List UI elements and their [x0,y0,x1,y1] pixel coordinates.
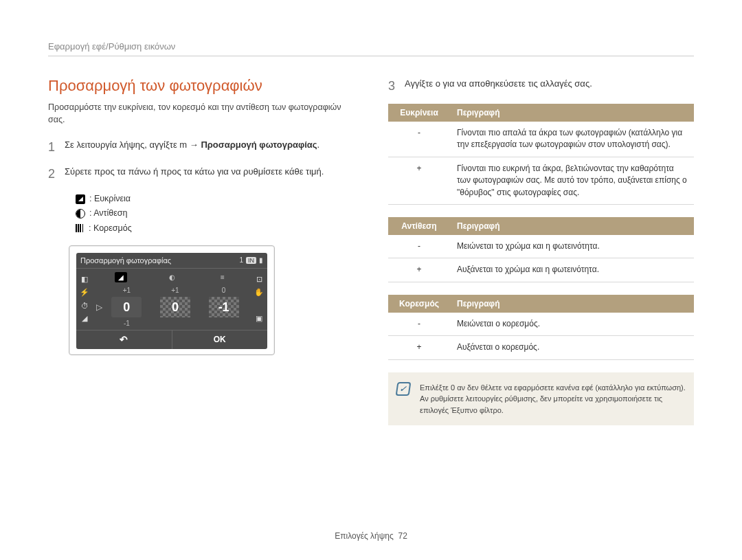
contrast-icon: ◐ [166,272,178,282]
cell-minus: - [388,122,450,157]
page-footer: Επιλογές λήψης 72 [0,531,742,541]
info-icon: ✓ [396,382,412,396]
step1-post: . [317,139,320,150]
breadcrumb: Εφαρμογή εφέ/Ρύθμιση εικόνων [48,41,694,56]
val-cell-selected: 0 [111,297,142,317]
blank-icon [253,300,265,311]
back-button[interactable]: ↶ [76,331,172,349]
step3-text: Αγγίξτε o για να αποθηκεύσετε τις αλλαγέ… [405,77,592,96]
step2-text: Σύρετε προς τα πάνω ή προς τα κάτω για ν… [65,165,324,183]
panel-title: Προσαρμογή φωτογραφίας [80,256,171,265]
storage-badge: IN [246,257,256,264]
contrast-icon [76,209,85,219]
step-2: 2 Σύρετε προς τα πάνω ή προς τα κάτω για… [48,165,354,183]
right-column: 3 Αγγίξτε o για να αποθηκεύσετε τις αλλα… [388,77,694,425]
val-cell: -1 [111,320,142,327]
cell-minus: - [388,235,450,258]
flash-icon: ⚡ [78,287,91,298]
th-saturation: Κορεσμός [388,295,450,313]
preview-icon: ▣ [253,313,265,324]
legend-sharp: : Ευκρίνεια [89,192,131,206]
th-desc: Περιγραφή [450,104,694,122]
th-desc: Περιγραφή [450,295,694,313]
legend: ◢: Ευκρίνεια : Αντίθεση : Κορεσμός [76,192,354,236]
battery-icon: ▮ [259,256,263,264]
page-title: Προσαρμογή των φωτογραφιών [48,77,354,95]
cell-desc: Γίνονται πιο απαλά τα άκρα των φωτογραφι… [450,122,694,157]
cell-desc: Γίνονται πιο ευκρινή τα άκρα, βελτιώνοντ… [450,157,694,204]
val-cell: 0 [160,297,190,317]
right-tool-strip: ⊡ ✋ ▣ [251,269,267,330]
footer-label: Επιλογές λήψης [335,531,394,541]
legend-sat: : Κορεσμός [89,221,132,236]
note-line-1: Επιλέξτε 0 αν δεν θέλετε να εφαρμόσετε κ… [420,382,686,394]
slider-pointer-icon: ▷ [95,284,102,330]
val-cell: 0 [209,287,239,294]
th-sharpness: Ευκρίνεια [388,104,450,122]
hand-icon: ✋ [253,287,265,298]
step1-bold: Προσαρμογή φωτογραφίας [201,139,317,150]
cell-plus: + [388,157,450,204]
page-number: 72 [398,531,407,541]
info-note: ✓ Επιλέξτε 0 αν δεν θέλετε να εφαρμόσετε… [388,372,694,426]
left-column: Προσαρμογή των φωτογραφιών Προσαρμόστε τ… [48,77,354,425]
cell-desc: Αυξάνεται ο κορεσμός. [450,336,694,359]
cell-plus: + [388,258,450,282]
camera-screen-illustration: Προσαρμογή φωτογραφίας 1 IN ▮ ◧ ⚡ ⏱ ◢ [69,245,275,355]
legend-contrast: : Αντίθεση [89,206,128,221]
step-number: 1 [48,138,58,157]
th-desc: Περιγραφή [450,217,694,235]
cell-minus: - [388,313,450,336]
panel-status-icons: 1 IN ▮ [239,256,263,264]
step-3: 3 Αγγίξτε o για να αποθηκεύσετε τις αλλα… [388,77,694,96]
note-line-2: Αν ρυθμίσετε λειτουργίες ρύθμισης, δεν μ… [420,393,686,416]
step-number: 2 [48,165,58,183]
sharpness-icon: ◢ [115,272,127,282]
sharpness-table: ΕυκρίνειαΠεριγραφή -Γίνονται πιο απαλά τ… [388,104,694,205]
adjust-icon: ◢ [78,313,91,324]
saturation-icon: ≡ [216,272,229,282]
ok-button[interactable]: OK [172,331,268,349]
cell-desc: Αυξάνεται το χρώμα και η φωτεινότητα. [450,258,694,282]
timer-icon: ⏱ [78,300,91,311]
intro-text: Προσαρμόστε την ευκρίνεια, τον κορεσμό κ… [48,102,354,126]
saturation-table: ΚορεσμόςΠεριγραφή -Μειώνεται ο κορεσμός.… [388,295,694,360]
cell-desc: Μειώνεται το χρώμα και η φωτεινότητα. [450,235,694,258]
step-number: 3 [388,77,398,96]
shot-count: 1 [239,256,243,264]
sharpness-icon: ◢ [76,194,85,204]
val-cell: +1 [111,287,142,294]
contrast-table: ΑντίθεσηΠεριγραφή -Μειώνεται το χρώμα κα… [388,217,694,282]
val-cell: -1 [209,297,239,317]
step1-pre: Σε λειτουργία λήψης, αγγίξτε m → [65,139,201,150]
step-1: 1 Σε λειτουργία λήψης, αγγίξτε m → Προσα… [48,138,354,157]
slider-area: ◢ ◐ ≡ ▷ +1 +1 0 [93,269,251,330]
val-cell: +1 [160,287,190,294]
focus-icon: ⊡ [253,274,265,285]
th-contrast: Αντίθεση [388,217,450,235]
left-tool-strip: ◧ ⚡ ⏱ ◢ [76,269,93,330]
cell-plus: + [388,336,450,359]
saturation-icon [76,224,85,232]
cell-desc: Μειώνεται ο κορεσμός. [450,313,694,336]
mode-icon: ◧ [78,274,91,285]
